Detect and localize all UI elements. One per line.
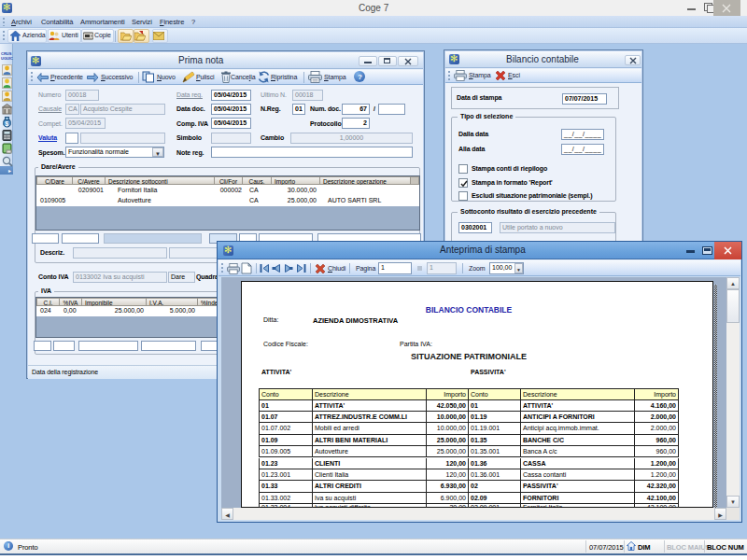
svg-text:$: $ — [5, 120, 8, 128]
